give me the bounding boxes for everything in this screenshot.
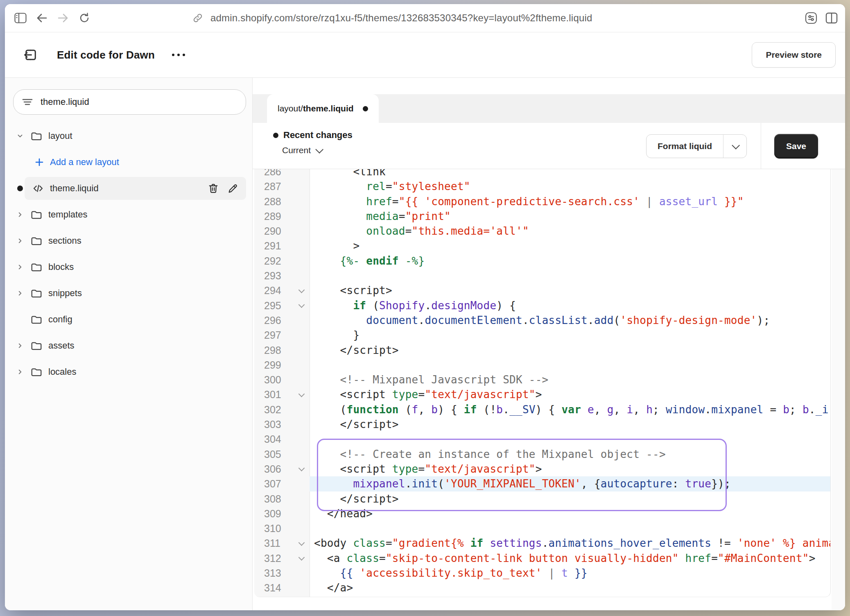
chevron-right-icon[interactable]	[16, 342, 24, 349]
code-line-300[interactable]: 300 <!-- Mixpanel Javascript SDK -->	[254, 372, 830, 387]
line-number[interactable]: 290	[254, 224, 310, 238]
code-line-294[interactable]: 294 <script>	[254, 283, 830, 298]
folder-item-layout[interactable]: layout	[5, 125, 246, 147]
line-number[interactable]: 305	[254, 447, 310, 462]
code-line-286[interactable]: 286 <link	[254, 169, 830, 179]
line-number[interactable]: 295	[254, 298, 310, 313]
line-number[interactable]: 303	[254, 417, 310, 432]
sidebar-toggle-icon[interactable]	[14, 11, 27, 25]
folder-item-config[interactable]: config	[5, 308, 246, 331]
search-input[interactable]	[40, 96, 237, 108]
code-line-293[interactable]: 293	[254, 268, 830, 283]
folder-item-sections[interactable]: sections	[5, 229, 246, 252]
line-number[interactable]: 311	[254, 536, 310, 550]
folder-item-locales[interactable]: locales	[5, 360, 246, 383]
fold-chevron[interactable]	[298, 465, 305, 471]
chevron-down-icon[interactable]	[16, 132, 24, 140]
code-line-312[interactable]: 312 <a class="skip-to-content-link butto…	[254, 551, 830, 566]
line-number[interactable]: 308	[254, 491, 310, 506]
code-line-306[interactable]: 306 <script type="text/javascript">	[254, 462, 830, 476]
code-line-290[interactable]: 290 onload="this.media='all'"	[254, 224, 830, 238]
code-line-289[interactable]: 289 media="print"	[254, 209, 830, 224]
folder-item-templates[interactable]: templates	[5, 203, 246, 226]
code-line-288[interactable]: 288 href="{{ 'component-predictive-searc…	[254, 194, 830, 209]
line-number[interactable]: 287	[254, 179, 310, 194]
file-search[interactable]	[13, 89, 246, 115]
split-view-icon[interactable]	[825, 11, 839, 25]
code-line-313[interactable]: 313 {{ 'accessibility.skip_to_text' | t …	[254, 566, 830, 580]
line-number[interactable]: 306	[254, 462, 310, 476]
code-line-302[interactable]: 302 (function (f, b) { if (!b.__SV) { va…	[254, 402, 830, 417]
fold-chevron[interactable]	[298, 287, 305, 293]
chevron-right-icon[interactable]	[16, 263, 24, 271]
format-liquid-button[interactable]: Format liquid	[646, 134, 747, 158]
line-number[interactable]: 298	[254, 343, 310, 358]
folder-item-assets[interactable]: assets	[5, 334, 246, 357]
file-item-theme.liquid[interactable]: theme.liquid	[5, 177, 246, 200]
fold-chevron[interactable]	[298, 301, 305, 308]
line-number[interactable]: 294	[254, 283, 310, 298]
overflow-menu-icon[interactable]	[172, 54, 185, 56]
fold-chevron[interactable]	[298, 554, 305, 561]
chevron-right-icon[interactable]	[16, 368, 24, 376]
line-number[interactable]: 314	[254, 580, 310, 595]
reload-icon[interactable]	[77, 11, 91, 25]
back-icon[interactable]	[35, 11, 49, 25]
code-line-311[interactable]: 311<body class="gradient{% if settings.a…	[254, 536, 830, 550]
version-selector[interactable]: Current	[282, 145, 353, 155]
code-line-310[interactable]: 310	[254, 521, 830, 536]
code-line-307[interactable]: 307 mixpanel.init('YOUR_MIXPANEL_TOKEN',…	[254, 476, 830, 491]
line-number[interactable]: 291	[254, 238, 310, 253]
preview-store-button[interactable]: Preview store	[752, 42, 836, 68]
chevron-right-icon[interactable]	[16, 211, 24, 218]
line-number[interactable]: 299	[254, 358, 310, 372]
line-number[interactable]: 304	[254, 432, 310, 446]
code-editor[interactable]: 286 <link287 rel="stylesheet"288 href="{…	[254, 169, 831, 597]
fold-chevron[interactable]	[298, 539, 305, 546]
code-line-301[interactable]: 301 <script type="text/javascript">	[254, 387, 830, 402]
save-button[interactable]: Save	[774, 134, 818, 159]
code-line-309[interactable]: 309 </head>	[254, 506, 830, 521]
line-number[interactable]: 302	[254, 402, 310, 417]
line-number[interactable]: 301	[254, 387, 310, 402]
code-line-298[interactable]: 298 </script>	[254, 343, 830, 358]
line-number[interactable]: 289	[254, 209, 310, 224]
chevron-right-icon[interactable]	[16, 237, 24, 245]
line-number[interactable]: 286	[254, 169, 310, 179]
pencil-icon[interactable]	[227, 183, 239, 194]
code-line-297[interactable]: 297 }	[254, 328, 830, 342]
chevron-right-icon[interactable]	[16, 290, 24, 297]
line-number[interactable]: 300	[254, 372, 310, 387]
line-number[interactable]: 288	[254, 194, 310, 209]
line-number[interactable]: 292	[254, 254, 310, 268]
line-number[interactable]: 307	[254, 476, 310, 491]
add-layout-action[interactable]: Add a new layout	[5, 151, 246, 174]
line-number[interactable]: 296	[254, 313, 310, 328]
line-number[interactable]: 310	[254, 521, 310, 536]
url-text[interactable]: admin.shopify.com/store/rzq1xu-f5/themes…	[210, 12, 592, 24]
folder-item-snippets[interactable]: snippets	[5, 282, 246, 305]
code-line-287[interactable]: 287 rel="stylesheet"	[254, 179, 830, 194]
line-number[interactable]: 293	[254, 268, 310, 283]
code-line-305[interactable]: 305 <!-- Create an instance of the Mixpa…	[254, 447, 830, 462]
code-line-303[interactable]: 303 </script>	[254, 417, 830, 432]
code-line-308[interactable]: 308 </script>	[254, 491, 830, 506]
code-line-299[interactable]: 299	[254, 358, 830, 372]
line-number[interactable]: 297	[254, 328, 310, 342]
exit-icon[interactable]	[23, 47, 39, 63]
line-number[interactable]: 309	[254, 506, 310, 521]
line-number[interactable]: 313	[254, 566, 310, 580]
folder-item-blocks[interactable]: blocks	[5, 256, 246, 279]
chevron-down-icon[interactable]	[723, 135, 746, 158]
page-settings-icon[interactable]	[804, 11, 818, 25]
code-line-295[interactable]: 295 if (Shopify.designMode) {	[254, 298, 830, 313]
code-line-314[interactable]: 314 </a>	[254, 580, 830, 595]
tab-theme-liquid[interactable]: layout/theme.liquid	[267, 94, 379, 123]
forward-icon[interactable]	[56, 11, 70, 25]
code-line-296[interactable]: 296 document.documentElement.classList.a…	[254, 313, 830, 328]
code-line-304[interactable]: 304	[254, 432, 830, 446]
line-number[interactable]: 312	[254, 551, 310, 566]
trash-icon[interactable]	[208, 183, 219, 194]
fold-chevron[interactable]	[298, 391, 305, 397]
code-line-292[interactable]: 292 {%- endif -%}	[254, 254, 830, 268]
